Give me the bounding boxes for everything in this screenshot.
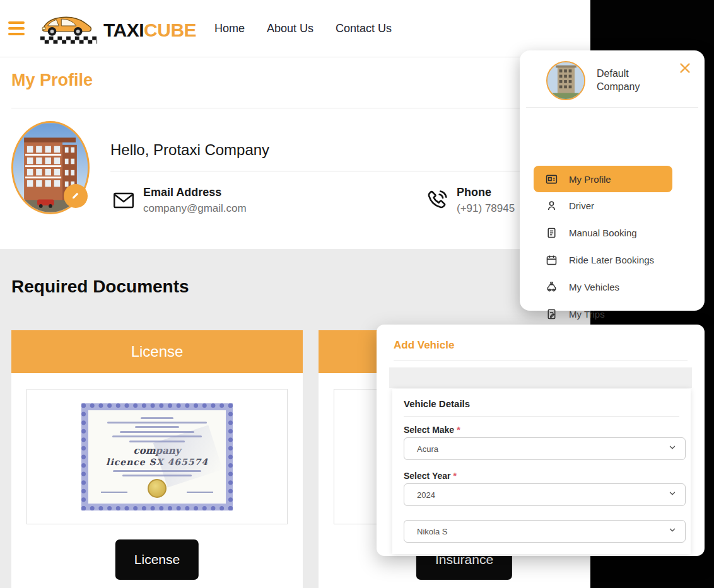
- required-asterisk: *: [453, 471, 456, 481]
- account-menu-panel: Default Company My Profile: [520, 50, 705, 311]
- certificate-seal: [148, 479, 167, 498]
- email-value: company@gmail.com: [143, 202, 247, 215]
- select-year-dropdown[interactable]: 2024: [404, 483, 686, 506]
- menu-item-ride-later-bookings[interactable]: Ride Later Bookings: [534, 246, 691, 274]
- required-asterisk: *: [457, 425, 460, 435]
- id-card-icon: [545, 173, 558, 186]
- divider: [11, 108, 590, 108]
- close-icon[interactable]: [677, 61, 693, 77]
- app-window: TAXICUBE Home About Us Contact Us My Pro…: [0, 0, 714, 588]
- chevron-down-icon: [668, 526, 677, 537]
- document-edit-icon: [545, 308, 558, 321]
- menu-item-manual-booking[interactable]: Manual Booking: [534, 219, 691, 246]
- email-icon: [112, 190, 135, 213]
- license-card-header: License: [11, 330, 303, 373]
- menu-item-driver[interactable]: Driver: [534, 192, 691, 219]
- vehicle-details-card: Vehicle Details Select Make* Acura Selec…: [392, 389, 691, 554]
- taxi-car-logo-icon: [38, 5, 100, 49]
- select-make-dropdown[interactable]: Acura: [404, 437, 686, 460]
- calendar-icon: [545, 253, 558, 267]
- chevron-down-icon: [668, 443, 677, 454]
- main-nav: Home About Us Contact Us: [214, 0, 392, 57]
- select-year-label: Select Year*: [404, 471, 457, 481]
- license-certificate-image: company licence SX 465574: [81, 403, 233, 510]
- select-make-label: Select Make*: [404, 425, 460, 435]
- modal-title: Add Vehicle: [394, 339, 454, 352]
- greeting-text: Hello, Protaxi Company: [110, 141, 269, 159]
- license-upload-button[interactable]: License: [115, 539, 199, 580]
- nav-home[interactable]: Home: [214, 22, 245, 35]
- phone-value: (+91) 78945: [457, 202, 515, 215]
- person-icon: [545, 199, 558, 212]
- nav-contact-us[interactable]: Contact Us: [336, 22, 392, 35]
- hamburger-menu-icon[interactable]: [8, 21, 25, 35]
- edit-avatar-button[interactable]: [64, 184, 88, 208]
- menu-item-my-profile[interactable]: My Profile: [534, 166, 672, 192]
- menu-item-my-trips[interactable]: My Trips: [534, 301, 691, 328]
- email-label: Email Address: [143, 186, 221, 199]
- section-title: Required Documents: [11, 277, 189, 297]
- pencil-icon: [70, 190, 81, 203]
- redacted-area: [679, 553, 714, 580]
- vehicle-details-heading: Vehicle Details: [404, 398, 470, 409]
- divider: [394, 360, 688, 360]
- document-icon: [545, 226, 558, 239]
- phone-icon: [425, 188, 449, 214]
- phone-label: Phone: [457, 186, 491, 199]
- taxi-icon: [545, 280, 558, 294]
- divider: [404, 416, 679, 417]
- license-card: License company licence SX 465574: [11, 330, 303, 588]
- modal-banner: [389, 367, 692, 388]
- add-vehicle-modal: Add Vehicle Vehicle Details Select Make*…: [377, 325, 705, 556]
- select-model-dropdown[interactable]: Nikola S: [404, 520, 686, 543]
- chevron-down-icon: [668, 489, 677, 500]
- nav-about-us[interactable]: About Us: [267, 22, 313, 35]
- brand-logo[interactable]: TAXICUBE: [38, 5, 196, 49]
- brand-wordmark: TAXICUBE: [103, 20, 196, 41]
- divider: [526, 107, 698, 108]
- page-title: My Profile: [11, 71, 93, 90]
- company-avatar-small: [546, 61, 585, 100]
- license-document-frame: company licence SX 465574: [26, 389, 288, 524]
- menu-item-my-vehicles[interactable]: My Vehicles: [534, 274, 691, 301]
- company-name: Default Company: [597, 67, 662, 94]
- divider: [110, 171, 580, 171]
